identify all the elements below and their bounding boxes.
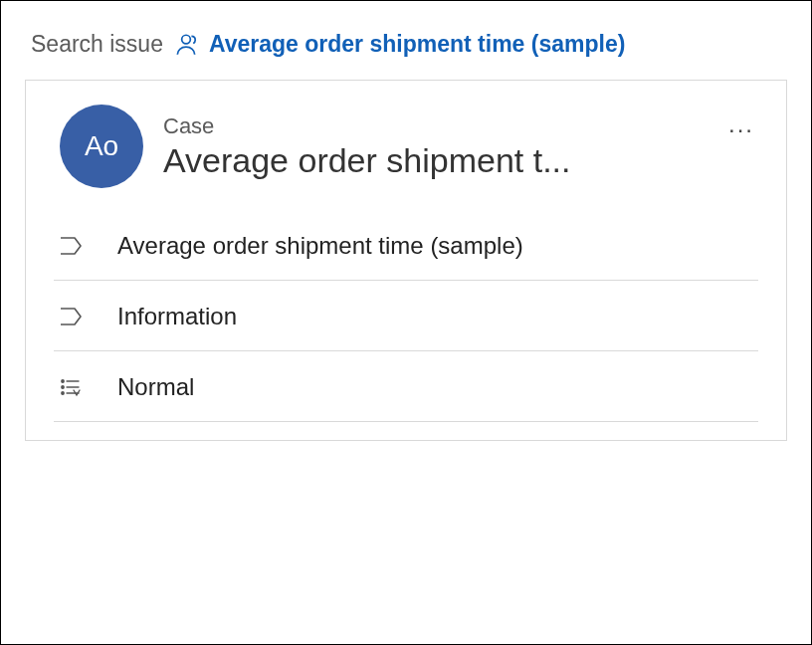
customer-icon <box>173 32 199 58</box>
record-title: Average order shipment t... <box>163 141 758 180</box>
avatar: Ao <box>60 105 143 188</box>
card-header: Ao Case Average order shipment t... ... <box>26 81 786 206</box>
list-item[interactable]: Information <box>54 281 758 351</box>
list-item-label: Normal <box>117 373 194 401</box>
case-card: Ao Case Average order shipment t... ... … <box>25 80 787 441</box>
breadcrumb-root[interactable]: Search issue <box>31 31 163 58</box>
list-item-label: Information <box>117 303 237 330</box>
svg-point-3 <box>62 386 64 388</box>
list-item-label: Average order shipment time (sample) <box>117 232 523 260</box>
detail-list: Average order shipment time (sample) Inf… <box>26 206 786 440</box>
breadcrumb: Search issue Average order shipment time… <box>19 19 793 80</box>
tag-icon <box>58 306 84 327</box>
svg-point-5 <box>62 392 64 394</box>
list-item[interactable]: Normal <box>54 351 758 422</box>
record-type: Case <box>163 113 758 139</box>
breadcrumb-current[interactable]: Average order shipment time (sample) <box>209 31 625 58</box>
avatar-initials: Ao <box>85 130 118 162</box>
list-item[interactable]: Average order shipment time (sample) <box>54 210 758 281</box>
more-button[interactable]: ... <box>724 108 758 140</box>
priority-icon <box>58 376 84 398</box>
svg-point-1 <box>62 380 64 382</box>
svg-point-0 <box>182 35 191 44</box>
card-header-titles: Case Average order shipment t... <box>163 113 758 180</box>
tag-icon <box>58 235 84 257</box>
